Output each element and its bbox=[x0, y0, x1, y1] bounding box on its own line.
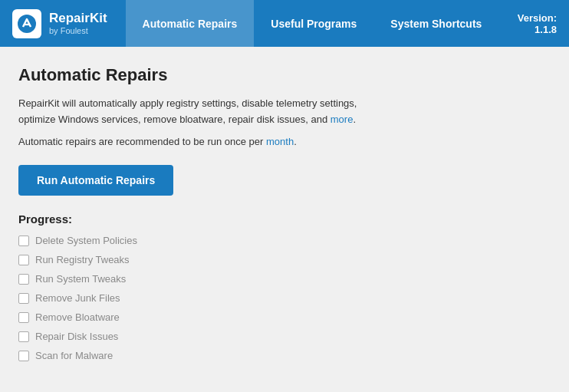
checkbox-3[interactable] bbox=[18, 293, 29, 304]
checklist-item: Run Registry Tweaks bbox=[18, 254, 551, 265]
app-sub: by Foulest bbox=[49, 26, 107, 36]
main-nav: Automatic Repairs Useful Programs System… bbox=[126, 0, 518, 47]
checkbox-1[interactable] bbox=[18, 255, 29, 265]
checklist-label-5: Repair Disk Issues bbox=[35, 331, 118, 342]
recommend-suffix: . bbox=[294, 136, 297, 147]
nav-automatic-repairs[interactable]: Automatic Repairs bbox=[126, 0, 255, 47]
checklist-item: Delete System Policies bbox=[18, 235, 551, 246]
checklist-label-2: Run System Tweaks bbox=[35, 273, 126, 285]
logo-text: RepairKit by Foulest bbox=[49, 11, 107, 37]
checklist-item: Scan for Malware bbox=[18, 350, 551, 361]
logo-area: RepairKit by Foulest bbox=[12, 9, 107, 38]
checklist-label-1: Run Registry Tweaks bbox=[35, 254, 130, 265]
checklist-item: Remove Bloatware bbox=[18, 311, 551, 323]
checklist-item: Run System Tweaks bbox=[18, 273, 551, 285]
checklist-label-6: Scan for Malware bbox=[35, 350, 113, 361]
checklist-item: Repair Disk Issues bbox=[18, 331, 551, 342]
nav-useful-programs[interactable]: Useful Programs bbox=[254, 0, 373, 47]
checklist-label-4: Remove Bloatware bbox=[35, 311, 120, 323]
nav-system-shortcuts[interactable]: System Shortcuts bbox=[373, 0, 498, 47]
version-number: 1.1.8 bbox=[534, 24, 557, 35]
description-text: RepairKit will automatically apply regis… bbox=[18, 96, 551, 128]
description-period: . bbox=[353, 114, 356, 125]
version-label: Version: bbox=[518, 12, 557, 24]
app-name: RepairKit bbox=[49, 11, 107, 26]
logo-icon bbox=[12, 9, 41, 38]
main-content: Automatic Repairs RepairKit will automat… bbox=[0, 47, 569, 380]
checkbox-0[interactable] bbox=[18, 236, 29, 246]
version-area: Version: 1.1.8 bbox=[518, 12, 557, 35]
checklist-item: Remove Junk Files bbox=[18, 292, 551, 304]
recommend-prefix: Automatic repairs are recommended to be … bbox=[18, 136, 266, 147]
page-title: Automatic Repairs bbox=[18, 65, 551, 85]
checkbox-6[interactable] bbox=[18, 351, 29, 361]
checkbox-5[interactable] bbox=[18, 331, 29, 342]
recommend-text: Automatic repairs are recommended to be … bbox=[18, 134, 551, 150]
app-header: RepairKit by Foulest Automatic Repairs U… bbox=[0, 0, 569, 47]
recommend-highlight: month bbox=[266, 136, 294, 147]
description-line1: RepairKit will automatically apply regis… bbox=[18, 97, 357, 109]
progress-checklist: Delete System PoliciesRun Registry Tweak… bbox=[18, 235, 551, 361]
progress-label: Progress: bbox=[18, 212, 551, 226]
checkbox-4[interactable] bbox=[18, 312, 29, 323]
checkbox-2[interactable] bbox=[18, 274, 29, 285]
checklist-label-3: Remove Junk Files bbox=[35, 292, 120, 304]
description-line2: optimize Windows services, remove bloatw… bbox=[18, 114, 331, 125]
checklist-label-0: Delete System Policies bbox=[35, 235, 137, 246]
run-automatic-repairs-button[interactable]: Run Automatic Repairs bbox=[18, 165, 173, 196]
description-more: more bbox=[331, 114, 354, 125]
